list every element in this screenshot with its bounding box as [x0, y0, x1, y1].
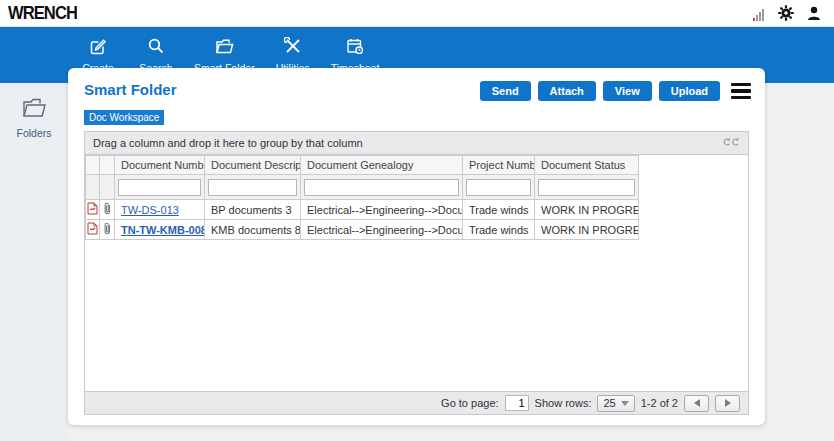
document-description-cell: BP documents 3	[205, 200, 301, 220]
panel-header: Smart Folder Send Attach View Upload	[68, 68, 765, 101]
sidebar-item-folders[interactable]: Folders	[0, 95, 68, 139]
document-genealogy-cell: Electrical-->Engineering-->Documents	[301, 200, 463, 220]
pdf-icon[interactable]	[86, 200, 100, 220]
signal-icon[interactable]	[750, 5, 766, 21]
header-row: Document Number Document Description Doc…	[86, 156, 639, 175]
attach-button[interactable]: Attach	[538, 81, 596, 101]
previous-page-button[interactable]	[684, 395, 709, 412]
upload-button[interactable]: Upload	[659, 81, 720, 101]
refresh-icon[interactable]	[723, 137, 740, 149]
document-genealogy-cell: Electrical-->Engineering-->Documents	[301, 220, 463, 240]
utilities-icon	[284, 37, 302, 59]
document-number-link[interactable]: TW-DS-013	[121, 204, 179, 216]
group-by-bar: Drag a column and drop it here to group …	[85, 132, 748, 155]
settings-gear-icon[interactable]	[778, 5, 794, 21]
sidebar-item-label: Folders	[16, 127, 51, 139]
action-buttons: Send Attach View Upload	[480, 81, 751, 101]
filter-document-number-input[interactable]	[118, 179, 201, 196]
rows-per-page-select[interactable]: 25	[597, 395, 634, 412]
column-header[interactable]: Document Number	[115, 156, 205, 175]
go-to-page-label: Go to page:	[441, 397, 499, 409]
filter-row	[86, 175, 639, 200]
app-window: WRENCH	[0, 0, 834, 441]
paperclip-icon[interactable]	[100, 200, 115, 220]
attachment-column-header	[100, 156, 115, 175]
topbar-icons	[750, 5, 822, 21]
document-grid: Drag a column and drop it here to group …	[84, 131, 749, 415]
topbar: WRENCH	[0, 0, 834, 27]
row-range-text: 1-2 of 2	[641, 397, 678, 409]
column-header[interactable]: Document Genealogy	[301, 156, 463, 175]
table-row: TW-DS-013 BP documents 3 Electrical-->En…	[86, 200, 639, 220]
chevron-down-icon	[621, 401, 629, 406]
search-icon	[147, 37, 165, 59]
filter-project-number-input[interactable]	[466, 179, 531, 196]
column-header[interactable]: Document Description	[205, 156, 301, 175]
user-profile-icon[interactable]	[806, 5, 822, 21]
document-status-cell: WORK IN PROGRESS	[535, 220, 639, 240]
filter-document-status-input[interactable]	[538, 179, 635, 196]
paperclip-icon[interactable]	[100, 220, 115, 240]
document-description-cell: KMB documents 8	[205, 220, 301, 240]
tab-doc-workspace[interactable]: Doc Workspace	[84, 110, 164, 125]
hamburger-menu-icon[interactable]	[731, 83, 751, 100]
column-header[interactable]: Project Number	[463, 156, 535, 175]
documents-table: Document Number Document Description Doc…	[85, 155, 639, 240]
project-number-cell: Trade winds	[463, 220, 535, 240]
show-rows-label: Show rows:	[535, 397, 592, 409]
app-logo: WRENCH	[8, 3, 77, 24]
send-button[interactable]: Send	[480, 81, 531, 101]
content-panel: Smart Folder Send Attach View Upload Doc…	[68, 68, 765, 425]
pdf-icon[interactable]	[86, 220, 100, 240]
timesheet-icon	[346, 37, 364, 59]
arrow-left-icon	[694, 399, 700, 407]
folder-icon	[21, 95, 47, 123]
rows-per-page-value: 25	[603, 397, 615, 409]
next-page-button[interactable]	[715, 395, 740, 412]
left-sidebar: Folders	[0, 83, 68, 441]
document-status-cell: WORK IN PROGRESS	[535, 200, 639, 220]
smart-folder-icon	[215, 37, 234, 59]
document-number-link[interactable]: TN-TW-KMB-008	[121, 224, 205, 236]
arrow-right-icon	[725, 399, 731, 407]
filter-document-genealogy-input[interactable]	[304, 179, 459, 196]
create-icon	[89, 37, 107, 59]
page-title: Smart Folder	[84, 81, 177, 98]
pagination-bar: Go to page: Show rows: 25 1-2 of 2	[85, 391, 748, 414]
project-number-cell: Trade winds	[463, 200, 535, 220]
column-header[interactable]: Document Status	[535, 156, 639, 175]
filter-document-description-input[interactable]	[208, 179, 297, 196]
preview-column-header	[86, 156, 100, 175]
group-by-hint: Drag a column and drop it here to group …	[93, 137, 363, 149]
view-button[interactable]: View	[603, 81, 652, 101]
table-row: TN-TW-KMB-008 KMB documents 8 Electrical…	[86, 220, 639, 240]
page-number-input[interactable]	[505, 395, 529, 411]
